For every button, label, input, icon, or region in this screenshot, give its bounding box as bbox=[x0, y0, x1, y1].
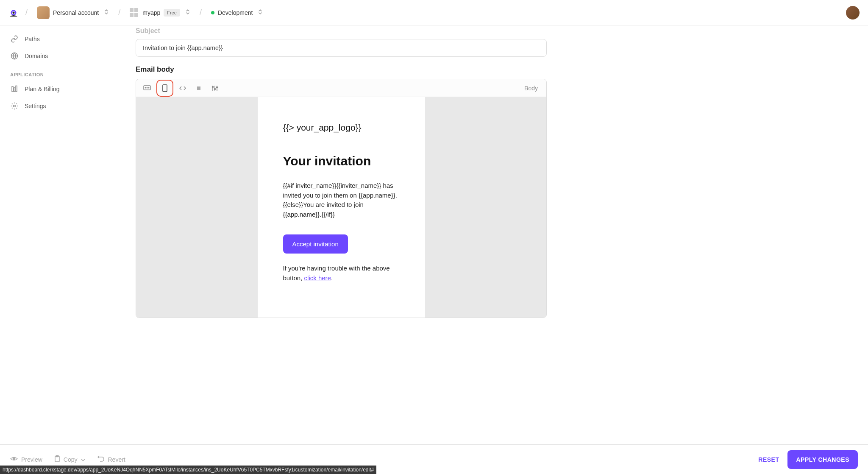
sidebar-item-label: Domains bbox=[25, 53, 48, 59]
account-label: Personal account bbox=[53, 9, 99, 16]
svg-point-17 bbox=[212, 86, 214, 87]
sidebar-item-label: Plan & Billing bbox=[25, 86, 60, 92]
email-body-label: Email body bbox=[136, 65, 547, 74]
plan-badge: Free bbox=[164, 9, 180, 17]
app-icon bbox=[130, 8, 139, 17]
chevrons-up-down-icon bbox=[104, 8, 109, 17]
svg-point-18 bbox=[214, 88, 216, 89]
toolbar-code-view[interactable] bbox=[176, 81, 189, 95]
svg-rect-6 bbox=[16, 86, 17, 92]
editor-canvas[interactable]: {{> your_app_logo}} Your invitation {{#i… bbox=[136, 97, 546, 318]
sidebar-item-label: Paths bbox=[25, 36, 40, 42]
svg-point-9 bbox=[145, 87, 146, 88]
globe-icon bbox=[10, 52, 19, 60]
environment-label: Development bbox=[218, 9, 253, 16]
sidebar-item-domains[interactable]: Domains bbox=[7, 47, 112, 64]
toolbar-desktop-view[interactable] bbox=[140, 81, 154, 95]
toolbar-mobile-view[interactable] bbox=[156, 80, 173, 97]
breadcrumb-separator: / bbox=[200, 8, 202, 17]
email-editor: Body {{> your_app_logo}} Your invitation… bbox=[136, 79, 547, 318]
chevrons-up-down-icon bbox=[258, 8, 263, 17]
svg-point-11 bbox=[148, 87, 149, 88]
email-preview: {{> your_app_logo}} Your invitation {{#i… bbox=[258, 97, 425, 318]
svg-rect-13 bbox=[197, 86, 200, 90]
svg-point-7 bbox=[14, 105, 16, 107]
environment-switcher[interactable]: Development bbox=[209, 7, 266, 18]
sidebar: Paths Domains APPLICATION Plan & Billing… bbox=[0, 25, 119, 326]
email-logo-token: {{> your_app_logo}} bbox=[283, 123, 400, 133]
breadcrumb-separator: / bbox=[118, 8, 120, 17]
sidebar-section-application: APPLICATION bbox=[7, 64, 112, 81]
sidebar-item-plan-billing[interactable]: Plan & Billing bbox=[7, 81, 112, 98]
account-switcher[interactable]: Personal account bbox=[34, 5, 111, 21]
email-help-suffix: . bbox=[331, 274, 333, 282]
toolbar-stop[interactable] bbox=[192, 81, 206, 95]
subject-label: Subject bbox=[136, 27, 547, 35]
editor-toolbar: Body bbox=[136, 79, 546, 97]
status-dot-icon bbox=[211, 11, 214, 14]
svg-point-10 bbox=[147, 87, 147, 88]
link-icon bbox=[10, 35, 19, 43]
toolbar-element-label[interactable]: Body bbox=[524, 85, 542, 92]
svg-point-19 bbox=[217, 86, 218, 88]
sidebar-item-label: Settings bbox=[25, 103, 46, 109]
email-body-text: {{#if inviter_name}}{{inviter_name}} has… bbox=[283, 181, 400, 219]
toolbar-settings-sliders[interactable] bbox=[208, 81, 222, 95]
sidebar-item-settings[interactable]: Settings bbox=[7, 98, 112, 114]
svg-rect-4 bbox=[12, 86, 13, 92]
subject-input[interactable] bbox=[136, 39, 547, 57]
main-content: Subject Email body bbox=[119, 25, 564, 326]
email-help-link[interactable]: click here bbox=[304, 274, 331, 282]
app-switcher[interactable]: myapp Free bbox=[127, 6, 193, 19]
user-avatar[interactable] bbox=[846, 6, 860, 20]
breadcrumb: / Personal account / myapp Free / Develo… bbox=[8, 5, 265, 21]
email-heading: Your invitation bbox=[283, 154, 400, 168]
gear-icon bbox=[10, 102, 19, 110]
topbar: / Personal account / myapp Free / Develo… bbox=[0, 0, 868, 25]
sidebar-item-paths[interactable]: Paths bbox=[7, 31, 112, 47]
email-cta-button[interactable]: Accept invitation bbox=[283, 234, 348, 254]
svg-rect-12 bbox=[163, 85, 167, 92]
breadcrumb-separator: / bbox=[25, 8, 28, 17]
svg-rect-5 bbox=[14, 88, 15, 92]
account-avatar bbox=[37, 6, 50, 19]
clerk-logo-icon[interactable] bbox=[8, 8, 19, 18]
app-name: myapp bbox=[142, 9, 160, 16]
email-help-prefix: If you're having trouble with the above … bbox=[283, 265, 390, 282]
svg-point-1 bbox=[13, 11, 15, 14]
email-help-text: If you're having trouble with the above … bbox=[283, 264, 400, 283]
chevrons-up-down-icon bbox=[185, 8, 190, 17]
billing-icon bbox=[10, 85, 19, 93]
